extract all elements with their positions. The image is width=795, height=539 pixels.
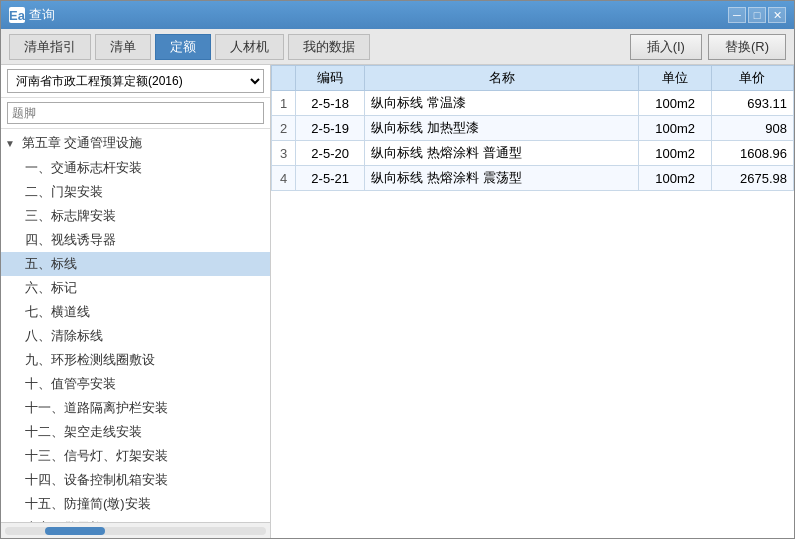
search-row <box>1 98 270 129</box>
main-window: Ea 查询 ─ □ ✕ 清单指引 清单 定额 人材机 我的数据 插入(I) 替换… <box>0 0 795 539</box>
tree-label: 一、交通标志杆安装 <box>25 160 142 175</box>
row-unit: 100m2 <box>639 141 711 166</box>
scroll-track <box>5 527 266 535</box>
tree-label: 十三、信号灯、灯架安装 <box>25 448 168 463</box>
bottom-scrollbar[interactable] <box>1 522 270 538</box>
tree-item-5[interactable]: 五、标线 <box>1 252 270 276</box>
tree-item-7[interactable]: 七、横道线 <box>1 300 270 324</box>
tree-item-9[interactable]: 九、环形检测线圈敷设 <box>1 348 270 372</box>
row-code: 2-5-20 <box>296 141 365 166</box>
tree-label: 三、标志牌安装 <box>25 208 116 223</box>
row-unit: 100m2 <box>639 166 711 191</box>
window-controls: ─ □ ✕ <box>728 7 786 23</box>
right-panel: 编码 名称 单位 单价 1 2-5-18 纵向标线 常温漆 100m2 693. <box>271 65 794 538</box>
tab-dinge[interactable]: 定额 <box>155 34 211 60</box>
tree-label: 九、环形检测线圈敷设 <box>25 352 155 367</box>
app-icon: Ea <box>9 7 25 23</box>
toolbar: 清单指引 清单 定额 人材机 我的数据 插入(I) 替换(R) <box>1 29 794 65</box>
row-code: 2-5-19 <box>296 116 365 141</box>
tree-item-11[interactable]: 十一、道路隔离护栏安装 <box>1 396 270 420</box>
tree-item-6[interactable]: 六、标记 <box>1 276 270 300</box>
tree-item-4[interactable]: 四、视线诱导器 <box>1 228 270 252</box>
row-price: 1608.96 <box>711 141 793 166</box>
tree-item-10[interactable]: 十、值管亭安装 <box>1 372 270 396</box>
table-row[interactable]: 3 2-5-20 纵向标线 热熔涂料 普通型 100m2 1608.96 <box>272 141 794 166</box>
tree-label: 第五章 交通管理设施 <box>22 135 143 150</box>
toolbar-actions: 插入(I) 替换(R) <box>630 34 786 60</box>
row-price: 693.11 <box>711 91 793 116</box>
tree-item-3[interactable]: 三、标志牌安装 <box>1 204 270 228</box>
title-bar-left: Ea 查询 <box>9 6 55 24</box>
row-name: 纵向标线 常温漆 <box>365 91 639 116</box>
tree-item-13[interactable]: 十三、信号灯、灯架安装 <box>1 444 270 468</box>
table-row[interactable]: 2 2-5-19 纵向标线 加热型漆 100m2 908 <box>272 116 794 141</box>
row-price: 2675.98 <box>711 166 793 191</box>
tab-qingdan[interactable]: 清单 <box>95 34 151 60</box>
tree-item-12[interactable]: 十二、架空走线安装 <box>1 420 270 444</box>
row-num: 3 <box>272 141 296 166</box>
minimize-button[interactable]: ─ <box>728 7 746 23</box>
tree-item-15[interactable]: 十五、防撞简(墩)安装 <box>1 492 270 516</box>
tree-label: 六、标记 <box>25 280 77 295</box>
tree-label: 八、清除标线 <box>25 328 103 343</box>
insert-button[interactable]: 插入(I) <box>630 34 702 60</box>
tree-label: 二、门架安装 <box>25 184 103 199</box>
search-input[interactable] <box>7 102 264 124</box>
tree-item-14[interactable]: 十四、设备控制机箱安装 <box>1 468 270 492</box>
row-name: 纵向标线 热熔涂料 震荡型 <box>365 166 639 191</box>
tree-item-chapter5[interactable]: ▼ 第五章 交通管理设施 <box>1 131 270 156</box>
main-area: 河南省市政工程预算定额(2016) ▼ 第五章 交通管理设施 一、交通标志杆安装… <box>1 65 794 538</box>
expand-icon: ▼ <box>5 134 15 154</box>
table-scroll-area: 编码 名称 单位 单价 1 2-5-18 纵向标线 常温漆 100m2 693. <box>271 65 794 538</box>
row-num: 1 <box>272 91 296 116</box>
col-header-name: 名称 <box>365 66 639 91</box>
tab-rencaiji[interactable]: 人材机 <box>215 34 284 60</box>
row-price: 908 <box>711 116 793 141</box>
table-row[interactable]: 1 2-5-18 纵向标线 常温漆 100m2 693.11 <box>272 91 794 116</box>
data-table: 编码 名称 单位 单价 1 2-5-18 纵向标线 常温漆 100m2 693. <box>271 65 794 191</box>
tab-qingdan-zhiyin[interactable]: 清单指引 <box>9 34 91 60</box>
col-header-code: 编码 <box>296 66 365 91</box>
tree-label: 十、值管亭安装 <box>25 376 116 391</box>
replace-button[interactable]: 替换(R) <box>708 34 786 60</box>
title-bar: Ea 查询 ─ □ ✕ <box>1 1 794 29</box>
close-button[interactable]: ✕ <box>768 7 786 23</box>
tree-label: 十五、防撞简(墩)安装 <box>25 496 151 511</box>
row-name: 纵向标线 加热型漆 <box>365 116 639 141</box>
tree-label: 四、视线诱导器 <box>25 232 116 247</box>
tree-area: ▼ 第五章 交通管理设施 一、交通标志杆安装 二、门架安装 三、标志牌安装 四、… <box>1 129 270 522</box>
tree-item-1[interactable]: 一、交通标志杆安装 <box>1 156 270 180</box>
tree-label: 十一、道路隔离护栏安装 <box>25 400 168 415</box>
tab-wode-shuju[interactable]: 我的数据 <box>288 34 370 60</box>
row-unit: 100m2 <box>639 91 711 116</box>
col-header-price: 单价 <box>711 66 793 91</box>
dropdown-row: 河南省市政工程预算定额(2016) <box>1 65 270 98</box>
row-unit: 100m2 <box>639 116 711 141</box>
quota-dropdown[interactable]: 河南省市政工程预算定额(2016) <box>7 69 264 93</box>
row-num: 4 <box>272 166 296 191</box>
tree-label: 十四、设备控制机箱安装 <box>25 472 168 487</box>
tree-item-2[interactable]: 二、门架安装 <box>1 180 270 204</box>
row-code: 2-5-21 <box>296 166 365 191</box>
col-header-unit: 单位 <box>639 66 711 91</box>
maximize-button[interactable]: □ <box>748 7 766 23</box>
col-header-num <box>272 66 296 91</box>
tree-item-8[interactable]: 八、清除标线 <box>1 324 270 348</box>
tree-label: 五、标线 <box>25 256 77 271</box>
left-panel: 河南省市政工程预算定额(2016) ▼ 第五章 交通管理设施 一、交通标志杆安装… <box>1 65 271 538</box>
row-name: 纵向标线 热熔涂料 普通型 <box>365 141 639 166</box>
tree-label: 七、横道线 <box>25 304 90 319</box>
table-row[interactable]: 4 2-5-21 纵向标线 热熔涂料 震荡型 100m2 2675.98 <box>272 166 794 191</box>
row-num: 2 <box>272 116 296 141</box>
row-code: 2-5-18 <box>296 91 365 116</box>
scroll-thumb[interactable] <box>45 527 105 535</box>
window-title: 查询 <box>29 6 55 24</box>
tree-label: 十二、架空走线安装 <box>25 424 142 439</box>
